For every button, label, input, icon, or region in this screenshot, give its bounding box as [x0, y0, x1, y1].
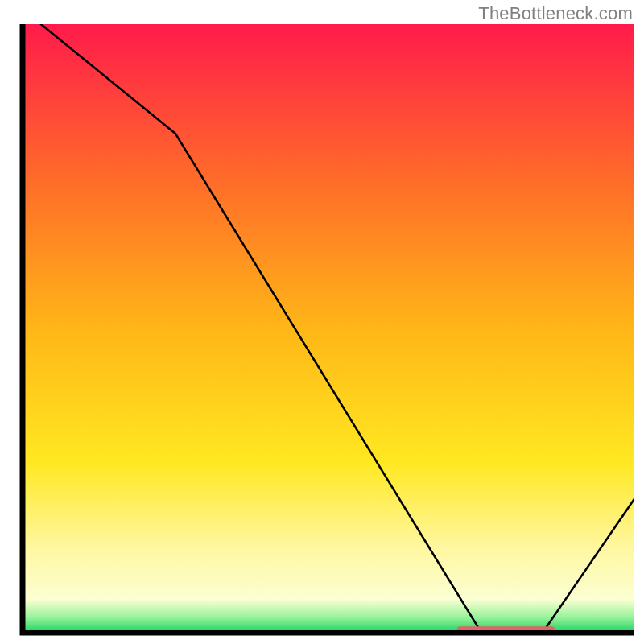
bottleneck-chart — [0, 0, 644, 644]
gradient-background — [23, 24, 634, 633]
watermark-label: TheBottleneck.com — [478, 3, 633, 24]
chart-container: TheBottleneck.com — [0, 0, 644, 644]
